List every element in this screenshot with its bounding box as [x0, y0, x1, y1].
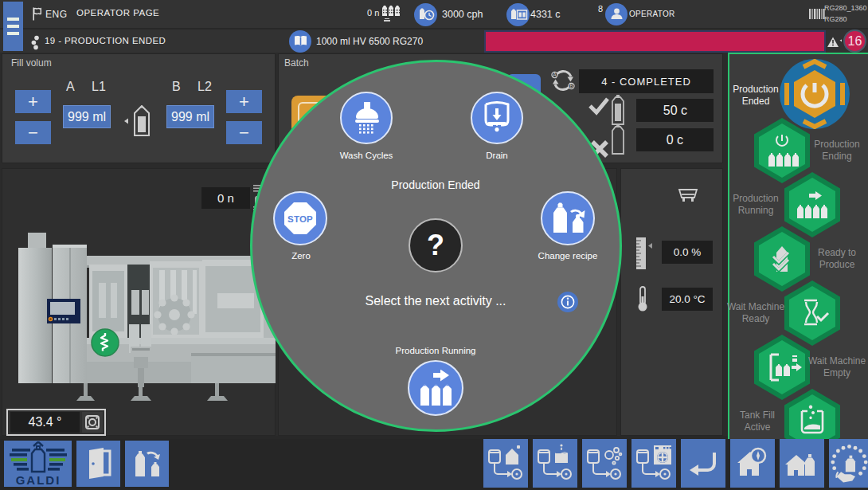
svg-text:STOP: STOP — [287, 214, 313, 224]
svg-text:GALDI: GALDI — [15, 473, 61, 486]
svg-text:B: B — [569, 83, 573, 88]
svg-text:A: A — [553, 72, 557, 77]
